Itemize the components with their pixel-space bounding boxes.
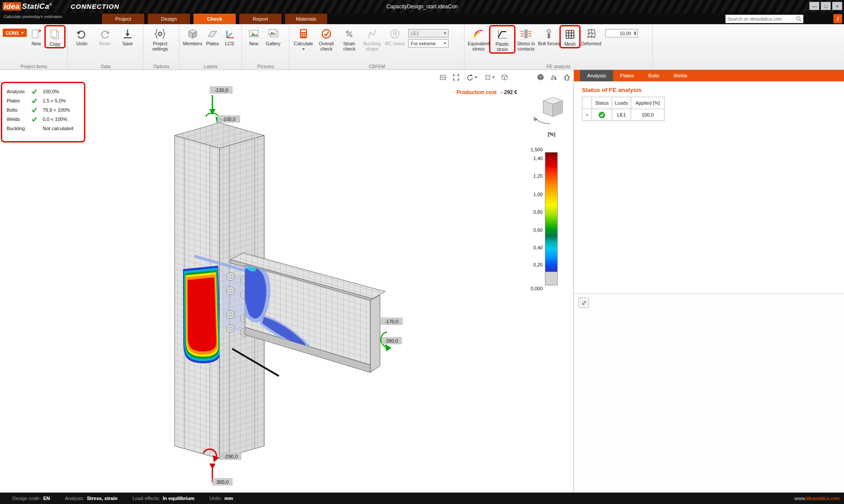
titlebar: ideaStatiCa® CONNECTION CapacityDesign_s…: [0, 0, 844, 13]
deformed-button[interactable]: Deformed: [580, 26, 603, 46]
load-label-top-moment: -100,0: [217, 115, 240, 123]
load-label-bottom-force: 300,0: [212, 478, 233, 486]
info-button[interactable]: i: [833, 14, 842, 23]
search-icon: [796, 16, 802, 22]
close-button[interactable]: ×: [832, 2, 842, 10]
logo-idea: idea: [3, 2, 21, 11]
clipping-button[interactable]: [482, 73, 497, 82]
mirror-icon: [550, 73, 558, 81]
chevron-down-icon: [444, 43, 446, 46]
zoom-extents-button[interactable]: [451, 73, 461, 82]
calculator-icon: [297, 28, 310, 40]
logo-statica: StatiCa: [22, 2, 49, 11]
tab-project[interactable]: Project: [102, 14, 144, 24]
expander-header: [582, 97, 592, 109]
search-box[interactable]: [725, 15, 804, 23]
rotate-view-button[interactable]: [464, 73, 479, 82]
solid-cube-icon: [537, 73, 544, 81]
results-tab-bolts[interactable]: Bolts: [641, 70, 667, 81]
load-case-select[interactable]: LE1: [408, 29, 449, 37]
undo-button[interactable]: Undo: [70, 26, 93, 46]
table-row[interactable]: > LE1 100,0: [582, 109, 665, 121]
gallery-button[interactable]: Gallery: [263, 26, 283, 46]
con1-dropdown[interactable]: CON1: [3, 29, 27, 37]
website-link[interactable]: www.ideastatica.com: [794, 496, 840, 501]
mirror-view-button[interactable]: [548, 73, 559, 82]
mesh-button[interactable]: Mesh: [561, 27, 579, 47]
section-icon: [439, 73, 447, 81]
mesh-highlight-box: Mesh: [559, 25, 581, 48]
check-icon: [31, 116, 37, 122]
results-tab-analysis[interactable]: Analysis: [580, 70, 613, 81]
expand-pane-button[interactable]: [578, 297, 589, 308]
group-fe-analysis: Equivalent stress Plastic strain: [464, 24, 653, 69]
legend-tick: 1,20: [526, 173, 543, 179]
lcs-toggle-button[interactable]: LCS: [222, 26, 237, 46]
results-lower-pane: [574, 293, 844, 493]
calculate-button[interactable]: Calculate: [292, 26, 315, 51]
spin-down-icon[interactable]: [634, 33, 636, 37]
results-tab-welds[interactable]: Welds: [666, 70, 694, 81]
members-toggle-button[interactable]: Members: [182, 26, 203, 46]
legend-tick: 1,00: [526, 192, 543, 197]
chevron-down-icon: [21, 32, 24, 35]
loads-header: Loads: [612, 97, 631, 109]
bolt-forces-button[interactable]: Bolt forces: [537, 26, 560, 46]
results-tab-plates[interactable]: Plates: [613, 70, 641, 81]
group-caption: Labels: [179, 64, 242, 69]
status-ok-icon: [598, 111, 606, 119]
legend-color-bar: [545, 152, 558, 285]
product-name: CONNECTION: [71, 3, 120, 10]
project-settings-button[interactable]: Project settings: [146, 26, 174, 51]
model-viewport[interactable]: Analysis 100,0% Plates 1,5 < 5,0% Bolts …: [0, 70, 574, 493]
rc-check-button[interactable]: RC check: [384, 26, 406, 46]
redo-button[interactable]: Redo: [93, 26, 116, 46]
legend-tick: 1,40: [526, 156, 543, 161]
deformed-scale-spinner[interactable]: 10,00: [605, 29, 638, 37]
copy-icon: [49, 28, 61, 40]
plastic-strain-button[interactable]: Plastic strain: [491, 27, 514, 52]
orientation-cube[interactable]: [530, 93, 570, 129]
home-view-button[interactable]: [562, 73, 572, 82]
tab-check[interactable]: Check: [194, 14, 236, 24]
tab-report[interactable]: Report: [239, 14, 281, 24]
fe-model-scene: -130,0 -100,0 -170,0 390,0: [0, 70, 574, 493]
plastic-strain-contour: [183, 266, 221, 363]
new-picture-button[interactable]: New: [245, 26, 263, 46]
section-view-button[interactable]: [438, 73, 448, 82]
spin-up-icon[interactable]: [634, 30, 636, 33]
svg-text:-170,0: -170,0: [384, 319, 398, 324]
legend-tick: 0,20: [526, 262, 543, 267]
tab-materials[interactable]: Materials: [285, 14, 327, 24]
tab-design[interactable]: Design: [148, 14, 190, 24]
row-expander[interactable]: >: [582, 109, 592, 121]
chevron-down-icon: [492, 77, 495, 80]
results-panel: Analysis Plates Bolts Welds Status of FE…: [574, 70, 844, 493]
equivalent-stress-button[interactable]: Equivalent stress: [467, 26, 490, 51]
strain-curve-icon: [496, 28, 508, 40]
app-logo: ideaStatiCa®: [3, 2, 52, 11]
maximize-button[interactable]: □: [821, 2, 831, 10]
strain-check-button[interactable]: Strain check: [338, 26, 361, 51]
gear-icon: [154, 28, 166, 40]
row-status: [592, 109, 612, 121]
buckling-shape-button[interactable]: Buckling shape: [361, 26, 384, 51]
load-label-beam-moment: 390,0: [382, 337, 402, 344]
buckling-icon: [366, 28, 378, 40]
extreme-select[interactable]: For extreme: [408, 39, 449, 47]
solid-view-button[interactable]: [535, 73, 546, 82]
summary-row-bolts: Bolts 79,9 < 100%: [7, 105, 81, 114]
plates-toggle-button[interactable]: Plates: [203, 26, 222, 46]
wireframe-button[interactable]: [499, 73, 510, 82]
contact-stress-icon: [520, 28, 532, 40]
overall-check-button[interactable]: Overall check: [315, 26, 338, 51]
stress-in-contacts-button[interactable]: Stress in contacts: [515, 26, 537, 51]
copy-button[interactable]: Copy: [46, 27, 64, 47]
new-project-item-button[interactable]: New: [27, 26, 45, 46]
minimize-button[interactable]: —: [809, 2, 819, 10]
tagline: Calculate yesterday's estimates: [4, 14, 62, 19]
search-input[interactable]: [726, 16, 796, 22]
chevron-down-icon: [475, 77, 477, 80]
ribbon-spacer: [653, 24, 844, 69]
save-button[interactable]: Save: [116, 26, 139, 46]
